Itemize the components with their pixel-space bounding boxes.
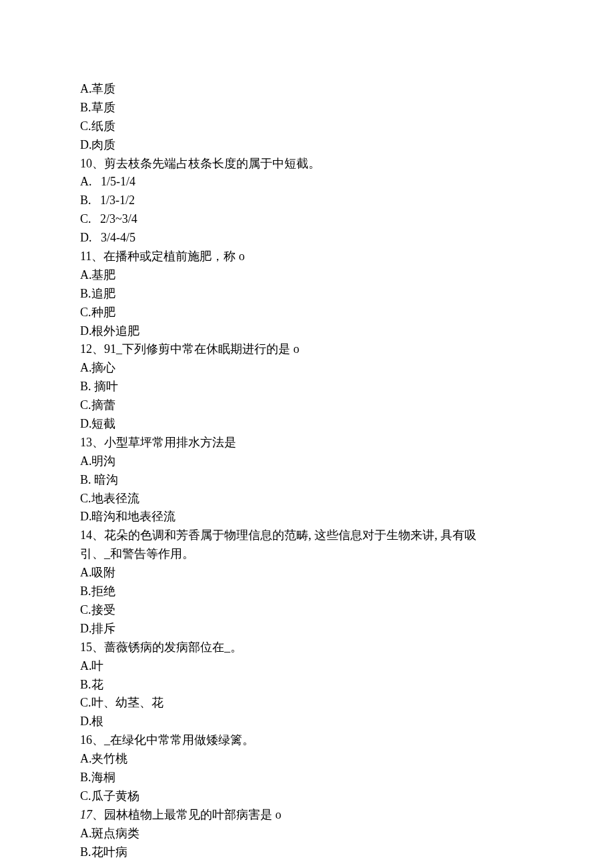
q10-option-d: D. 3/4-4/5 xyxy=(80,229,534,248)
q13-option-c: C.地表径流 xyxy=(80,490,534,508)
q10-option-a: A. 1/5-1/4 xyxy=(80,173,534,191)
q12-option-a: A.摘心 xyxy=(80,359,534,378)
q9-option-c: C.纸质 xyxy=(80,117,534,136)
q10-option-b: B. 1/3-1/2 xyxy=(80,191,534,210)
q13-option-b: B. 暗沟 xyxy=(80,471,534,490)
q16-option-a: A.夹竹桃 xyxy=(80,750,534,769)
q14-option-d: D.排斥 xyxy=(80,620,534,638)
q13-stem: 13、小型草坪常用排水方法是 xyxy=(80,434,534,452)
q15-option-b: B.花 xyxy=(80,676,534,695)
q14-stem-line1: 14、花朵的色调和芳香属于物理信息的范畴, 这些信息对于生物来讲, 具有吸 xyxy=(80,526,534,545)
q11-option-c: C.种肥 xyxy=(80,304,534,322)
q12-option-d: D.短截 xyxy=(80,415,534,434)
q10-stem: 10、剪去枝条先端占枝条长度的属于中短截。 xyxy=(80,155,534,173)
q15-option-c: C.叶、幼茎、花 xyxy=(80,694,534,713)
page-content: A.革质 B.草质 C.纸质 D.肉质 10、剪去枝条先端占枝条长度的属于中短截… xyxy=(0,0,614,868)
q9-option-b: B.草质 xyxy=(80,99,534,117)
q9-option-d: D.肉质 xyxy=(80,136,534,155)
q15-stem: 15、蔷薇锈病的发病部位在_。 xyxy=(80,638,534,657)
q14-option-b: B.拒绝 xyxy=(80,582,534,601)
q16-option-c: C.瓜子黄杨 xyxy=(80,787,534,806)
q11-option-b: B.追肥 xyxy=(80,285,534,304)
q9-option-a: A.革质 xyxy=(80,80,534,99)
q13-option-a: A.明沟 xyxy=(80,452,534,471)
q17-stem-rest: 、园林植物上最常见的叶部病害是 o xyxy=(92,808,282,821)
q14-option-a: A.吸附 xyxy=(80,564,534,582)
q16-stem: 16、_在绿化中常常用做矮绿篱。 xyxy=(80,731,534,750)
q17-option-a: A.斑点病类 xyxy=(80,825,534,843)
q12-stem: 12、91_下列修剪中常在休眠期进行的是 o xyxy=(80,340,534,359)
q17-stem: 17、园林植物上最常见的叶部病害是 o xyxy=(80,806,534,825)
q14-option-c: C.接受 xyxy=(80,601,534,620)
q15-option-a: A.叶 xyxy=(80,657,534,676)
q12-option-c: C.摘蕾 xyxy=(80,396,534,415)
q17-number: 17 xyxy=(80,808,92,821)
q14-stem-line2: 引、_和警告等作用。 xyxy=(80,545,534,564)
q10-option-c: C. 2/3~3/4 xyxy=(80,210,534,229)
q13-option-d: D.暗沟和地表径流 xyxy=(80,508,534,526)
q11-option-a: A.基肥 xyxy=(80,266,534,285)
q15-option-d: D.根 xyxy=(80,713,534,731)
q12-option-b: B. 摘叶 xyxy=(80,378,534,396)
q16-option-b: B.海桐 xyxy=(80,769,534,787)
q17-option-b: B.花叶病 xyxy=(80,843,534,862)
q11-stem: 11、在播种或定植前施肥，称 o xyxy=(80,248,534,266)
q11-option-d: D.根外追肥 xyxy=(80,322,534,341)
